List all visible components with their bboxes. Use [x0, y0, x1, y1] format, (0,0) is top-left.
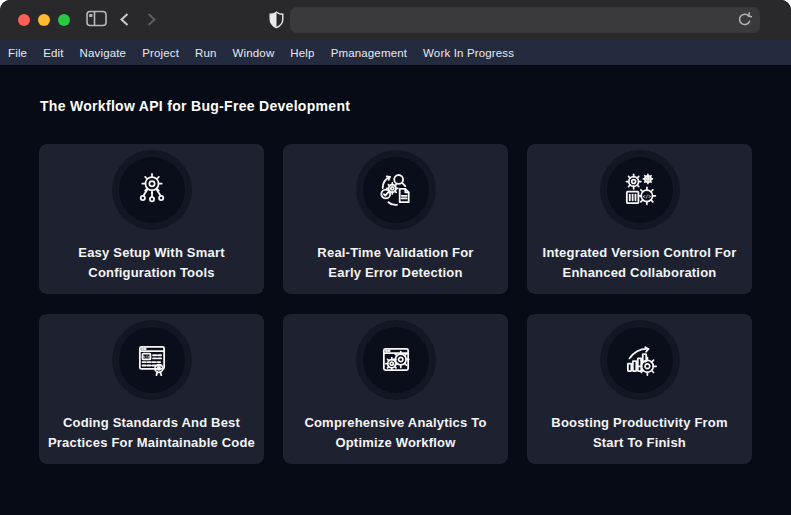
sidebar-toggle-button[interactable]: [86, 10, 107, 27]
back-icon: [119, 12, 130, 27]
card-productivity: Boosting Productivity FromStart To Finis…: [527, 314, 752, 464]
icon-circle: [363, 327, 429, 393]
page-title: The Workflow API for Bug-Free Developmen…: [39, 65, 752, 114]
code-certificate-icon: </>: [133, 341, 171, 379]
card-title: Integrated Version Control ForEnhanced C…: [543, 243, 737, 283]
card-title: Real-Time Validation ForEarly Error Dete…: [317, 243, 473, 283]
card-easy-setup: Easy Setup With SmartConfiguration Tools: [39, 144, 264, 294]
menu-edit[interactable]: Edit: [42, 47, 64, 59]
refresh-icon: [737, 12, 752, 28]
forward-button[interactable]: [146, 12, 157, 27]
forward-icon: [146, 12, 157, 27]
menu-run[interactable]: Run: [194, 47, 218, 59]
icon-circle: </>: [119, 327, 185, 393]
traffic-lights: [18, 14, 70, 26]
card-title: Boosting Productivity FromStart To Finis…: [551, 413, 727, 453]
menu-project[interactable]: Project: [141, 47, 180, 59]
icon-circle: [119, 157, 185, 223]
icon-circle: </>: [607, 157, 673, 223]
gears-version-control-icon: </>: [621, 171, 659, 209]
validation-cycle-icon: [377, 171, 415, 209]
titlebar: [0, 0, 791, 40]
card-title: Easy Setup With SmartConfiguration Tools: [78, 243, 224, 283]
menu-work-in-progress[interactable]: Work In Progress: [422, 47, 515, 59]
analytics-gears-icon: [377, 341, 415, 379]
icon-circle: [607, 327, 673, 393]
card-title: Coding Standards And BestPractices For M…: [48, 413, 255, 453]
menu-window[interactable]: Window: [232, 47, 276, 59]
app-window: File Edit Navigate Project Run Window He…: [0, 0, 791, 515]
back-button[interactable]: [119, 12, 130, 27]
card-version-control: </> Integrated Version Control ForEnhanc…: [527, 144, 752, 294]
svg-text:</>: </>: [142, 354, 150, 359]
feature-card-grid: Easy Setup With SmartConfiguration Tools: [39, 144, 752, 464]
svg-text:</>: </>: [642, 193, 651, 199]
card-coding-standards: </> Coding Standards And BestPractices F…: [39, 314, 264, 464]
address-bar[interactable]: [290, 7, 760, 33]
menubar: File Edit Navigate Project Run Window He…: [0, 40, 791, 65]
page-content: The Workflow API for Bug-Free Developmen…: [0, 65, 791, 464]
menu-navigate[interactable]: Navigate: [79, 47, 128, 59]
icon-circle: [363, 157, 429, 223]
refresh-button[interactable]: [737, 12, 752, 28]
menu-pmanagement[interactable]: Pmanagement: [330, 47, 408, 59]
zoom-button[interactable]: [58, 14, 70, 26]
minimize-button[interactable]: [38, 14, 50, 26]
gear-circuit-icon: [133, 171, 171, 209]
menu-help[interactable]: Help: [289, 47, 315, 59]
sidebar-toggle-icon: [86, 10, 107, 27]
card-title: Comprehensive Analytics ToOptimize Workf…: [304, 413, 486, 453]
close-button[interactable]: [18, 14, 30, 26]
growth-chart-gear-icon: [621, 341, 659, 379]
card-analytics: Comprehensive Analytics ToOptimize Workf…: [283, 314, 508, 464]
privacy-shield-icon[interactable]: [269, 11, 284, 29]
menu-file[interactable]: File: [7, 47, 28, 59]
card-realtime-validation: Real-Time Validation ForEarly Error Dete…: [283, 144, 508, 294]
